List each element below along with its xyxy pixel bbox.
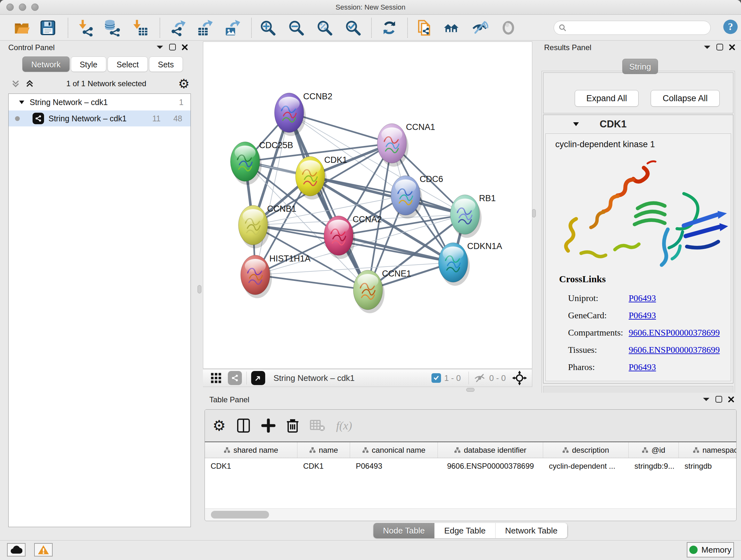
gear-icon[interactable]: ⚙	[178, 76, 190, 91]
eye-slash-icon[interactable]	[471, 19, 488, 37]
import-table-icon[interactable]	[131, 19, 148, 37]
memory-button[interactable]: Memory	[687, 542, 734, 557]
search-input[interactable]	[569, 22, 711, 34]
collapse-all-chevrons-icon[interactable]	[11, 79, 20, 88]
tab-string[interactable]: String	[622, 59, 658, 74]
export-table-icon[interactable]	[197, 19, 214, 37]
column-type-icon	[693, 447, 699, 453]
close-panel-icon[interactable]	[729, 44, 735, 51]
network-row[interactable]: String Network – cdk1 11 48	[9, 111, 191, 126]
float-panel-icon[interactable]	[703, 397, 710, 401]
column-header-database-identifier[interactable]: database identifier	[438, 442, 543, 458]
clone-network-pages-icon[interactable]	[416, 19, 433, 37]
crosslink-value-link[interactable]: P06493	[629, 362, 656, 372]
float-panel-icon[interactable]	[704, 45, 711, 50]
network-node-RB1[interactable]: RB1	[450, 193, 496, 238]
maximize-panel-icon[interactable]	[169, 44, 176, 51]
import-network-database-icon[interactable]	[104, 19, 121, 37]
table-type-tabs: Node TableEdge TableNetwork Table	[374, 523, 567, 538]
network-node-CCNB1[interactable]: CCNB1	[239, 204, 296, 248]
crosslink-value-link[interactable]: 9606.ENSP00000378699	[629, 327, 720, 338]
protein-section-header[interactable]: CDK1	[543, 115, 733, 133]
tab-select[interactable]: Select	[108, 57, 147, 72]
close-panel-icon[interactable]	[182, 44, 188, 51]
app-window: Session: New Session	[0, 0, 741, 560]
save-session-icon[interactable]	[39, 19, 57, 37]
network-share-toggle-icon[interactable]	[228, 371, 242, 385]
maximize-panel-icon[interactable]	[716, 396, 722, 402]
export-image-icon[interactable]	[224, 19, 242, 37]
zoom-fit-icon[interactable]	[316, 19, 333, 37]
column-header-shared-name[interactable]: shared name	[205, 442, 297, 458]
tab-node-table[interactable]: Node Table	[374, 523, 434, 538]
tab-edge-table[interactable]: Edge Table	[434, 523, 495, 538]
crosslink-row: Compartments:9606.ENSP00000378699	[546, 324, 731, 341]
node-gloss	[328, 220, 349, 234]
column-header--id[interactable]: @id	[629, 442, 679, 458]
column-header-canonical-name[interactable]: canonical name	[350, 442, 438, 458]
collection-expander-icon[interactable]	[19, 100, 24, 105]
network-graph[interactable]: CCNB2CCNA1CDC25BCDK1CDC6RB1CCNB1CCNA2CDK…	[203, 42, 532, 368]
table-hscroll-thumb[interactable]	[211, 511, 269, 518]
collapse-all-button[interactable]: Collapse All	[651, 90, 720, 107]
birdseye-view-icon[interactable]	[251, 371, 265, 385]
zoom-selected-icon[interactable]	[344, 19, 361, 37]
zoom-in-icon[interactable]	[259, 19, 276, 37]
function-builder-icon[interactable]: f(x)	[336, 419, 352, 432]
houses-icon[interactable]	[443, 19, 460, 37]
network-node-HIST1H1A[interactable]: HIST1H1A	[241, 254, 311, 298]
tab-network-table[interactable]: Network Table	[495, 523, 567, 538]
expand-all-button[interactable]: Expand All	[575, 90, 638, 107]
table-gear-icon[interactable]: ⚙	[212, 417, 226, 434]
close-panel-icon[interactable]	[728, 396, 734, 402]
cloud-status-button[interactable]	[7, 543, 25, 557]
grid-view-icon[interactable]	[210, 372, 222, 384]
add-column-icon[interactable]	[261, 419, 275, 433]
maximize-panel-icon[interactable]	[717, 44, 723, 51]
network-node-CCNB2[interactable]: CCNB2	[274, 91, 333, 136]
crosslink-value-link[interactable]: 9606.ENSP00000378699	[629, 345, 720, 355]
eye-icon[interactable]	[500, 19, 517, 37]
network-node-CDC6[interactable]: CDC6	[391, 174, 443, 219]
network-node-CDKN1A[interactable]: CDKN1A	[439, 241, 502, 286]
network-collection-row[interactable]: String Network – cdk1 1	[9, 94, 191, 111]
column-header-description[interactable]: description	[543, 442, 629, 458]
search-field	[554, 21, 711, 35]
tab-style[interactable]: Style	[71, 57, 107, 72]
delete-column-trash-icon[interactable]	[286, 418, 299, 433]
network-node-CCNA2[interactable]: CCNA2	[324, 214, 382, 259]
export-network-icon[interactable]	[170, 19, 187, 37]
refresh-icon[interactable]	[381, 19, 398, 37]
show-columns-icon[interactable]	[237, 418, 251, 433]
expand-all-chevrons-icon[interactable]	[25, 79, 35, 88]
crosslink-value-link[interactable]: P06493	[629, 293, 656, 303]
help-icon[interactable]: ?	[722, 18, 739, 36]
crosslink-row: Uniprot:P06493	[546, 290, 731, 307]
left-splitter-grip[interactable]	[198, 285, 201, 294]
import-network-icon[interactable]	[77, 19, 94, 37]
right-splitter-grip[interactable]	[532, 209, 536, 217]
float-panel-icon[interactable]	[156, 45, 163, 50]
crosslink-label: Uniprot:	[568, 293, 629, 303]
network-node-CCNA1[interactable]: CCNA1	[377, 122, 435, 167]
network-node-CCNE1[interactable]: CCNE1	[353, 269, 411, 313]
crosslink-value-link[interactable]: P06493	[629, 310, 656, 320]
warning-status-button[interactable]	[34, 543, 53, 557]
section-expander-icon[interactable]	[573, 122, 579, 126]
selected-checkbox-icon[interactable]	[431, 373, 441, 383]
column-header-name[interactable]: name	[297, 442, 350, 458]
column-header-namespac[interactable]: namespac	[679, 442, 737, 458]
table-row[interactable]: CDK1CDK1P064939606.ENSP00000378699cyclin…	[205, 458, 736, 474]
zoom-out-icon[interactable]	[287, 19, 305, 37]
network-node-CDC25B[interactable]: CDC25B	[230, 140, 293, 185]
pan-crosshair-icon[interactable]	[512, 371, 527, 385]
open-session-folder-icon[interactable]	[13, 19, 30, 37]
tab-sets[interactable]: Sets	[149, 57, 183, 72]
delete-table-icon[interactable]	[310, 419, 325, 432]
horizontal-splitter-grip[interactable]	[466, 388, 475, 392]
network-node-count: 11	[152, 114, 160, 123]
table-hscroll-track[interactable]	[205, 508, 736, 520]
current-network-name: String Network – cdk1	[273, 373, 354, 383]
toolbar-separator	[371, 18, 372, 38]
tab-network[interactable]: Network	[22, 57, 70, 72]
